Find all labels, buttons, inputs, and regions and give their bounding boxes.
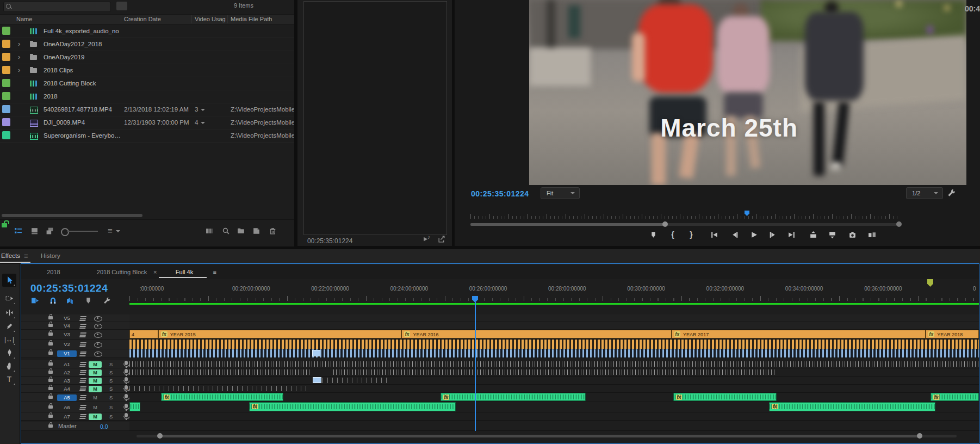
zoom-level-dropdown[interactable]: Fit <box>541 187 580 199</box>
video-clip[interactable]: fxYEAR 2016 <box>401 330 672 338</box>
label-color-chip[interactable] <box>2 92 10 100</box>
audio-waveform-clip[interactable] <box>129 361 979 367</box>
zoom-slider-handle[interactable] <box>61 228 69 236</box>
selected-clip[interactable] <box>313 377 321 383</box>
timeline-playhead-line[interactable] <box>475 302 476 431</box>
oneaday-clips-strip[interactable] <box>129 349 979 357</box>
sync-lock-icon[interactable] <box>79 386 86 391</box>
expand-caret-icon[interactable]: › <box>18 64 20 77</box>
item-video-usage[interactable]: 4 <box>195 116 205 129</box>
sync-lock-icon[interactable] <box>79 332 86 337</box>
track-content-row[interactable] <box>129 340 979 349</box>
track-name-a2[interactable]: A2 <box>57 369 77 376</box>
voiceover-record-icon[interactable] <box>125 361 128 365</box>
new-item-button[interactable] <box>252 227 260 237</box>
voiceover-record-icon[interactable] <box>125 377 128 381</box>
project-writable-icon[interactable] <box>2 223 7 227</box>
step-forward-button[interactable] <box>767 230 777 239</box>
list-item[interactable]: ›OneADay2012_2018 <box>0 38 294 51</box>
track-lock-icon[interactable] <box>48 415 53 418</box>
solo-button[interactable]: S <box>109 414 113 420</box>
freeform-view-button[interactable] <box>46 227 54 237</box>
solo-button[interactable]: S <box>109 369 113 375</box>
go-to-out-button[interactable] <box>786 230 796 239</box>
toggle-track-output-icon[interactable] <box>94 316 102 322</box>
audio-waveform-clip[interactable] <box>129 369 311 375</box>
label-color-chip[interactable] <box>2 131 10 139</box>
expand-caret-icon[interactable]: › <box>18 51 20 64</box>
track-name-v3[interactable]: V3 <box>57 331 77 338</box>
program-timecode[interactable]: 00:25:35:01224 <box>471 189 529 198</box>
track-content-row[interactable] <box>129 422 979 431</box>
toggle-track-output-icon[interactable] <box>94 342 102 348</box>
scrollbar-handle[interactable] <box>157 433 163 439</box>
toggle-track-output-icon[interactable] <box>94 332 102 338</box>
track-name-v4[interactable]: V4 <box>57 323 77 329</box>
list-item[interactable]: Superorganism - EverybodyZ:\VideoProject… <box>0 129 294 143</box>
export-frame-button[interactable] <box>847 230 857 239</box>
toggle-track-output-icon[interactable] <box>94 351 102 357</box>
track-lock-icon[interactable] <box>48 351 53 355</box>
comparison-view-button[interactable] <box>867 230 877 239</box>
lift-button[interactable] <box>808 230 818 239</box>
scrollbar-handle[interactable] <box>662 221 668 227</box>
list-item[interactable]: Full 4k_exported_audio_no <box>0 24 294 38</box>
list-item[interactable]: ›OneADay2019 <box>0 51 294 64</box>
step-back-button[interactable] <box>730 230 740 239</box>
sync-lock-icon[interactable] <box>79 395 86 400</box>
track-lock-icon[interactable] <box>48 396 53 399</box>
sync-lock-icon[interactable] <box>79 405 86 410</box>
track-name-a4[interactable]: A4 <box>57 386 77 392</box>
pen-tool[interactable] <box>2 347 16 360</box>
sync-lock-icon[interactable] <box>79 378 86 383</box>
toggle-track-output-icon[interactable] <box>94 324 102 329</box>
audio-clip[interactable]: fx <box>931 393 979 401</box>
mute-button[interactable]: M <box>89 386 102 392</box>
hand-tool[interactable] <box>2 360 16 373</box>
search-field[interactable] <box>3 2 111 12</box>
mark-in-button[interactable]: { <box>668 230 678 239</box>
scrollbar-thumb[interactable] <box>470 223 665 226</box>
voiceover-record-icon[interactable] <box>125 394 128 398</box>
audio-clip[interactable]: fx <box>441 393 586 401</box>
item-video-usage[interactable]: 3 <box>195 103 205 116</box>
column-separator[interactable] <box>121 15 121 23</box>
track-content-row[interactable] <box>129 368 979 377</box>
track-content-row[interactable] <box>129 385 979 393</box>
extract-button[interactable] <box>827 230 837 239</box>
tab-effects[interactable]: Effects <box>1 252 20 259</box>
track-lock-icon[interactable] <box>48 387 53 390</box>
find-button[interactable] <box>222 227 230 237</box>
track-lock-icon[interactable] <box>48 324 53 327</box>
video-clip[interactable]: 4 <box>129 330 158 338</box>
sync-lock-icon[interactable] <box>79 324 86 329</box>
mute-button[interactable]: M <box>89 361 102 368</box>
column-name[interactable]: Name <box>16 16 32 22</box>
track-lock-icon[interactable] <box>48 342 53 346</box>
track-select-forward-tool[interactable] <box>2 292 16 305</box>
go-to-in-button[interactable] <box>709 230 719 239</box>
track-name-v5[interactable]: V5 <box>57 315 77 322</box>
zoom-slider[interactable] <box>67 231 98 232</box>
timeline-horizontal-scrollbar[interactable] <box>21 431 979 440</box>
label-color-chip[interactable] <box>2 79 10 87</box>
selected-clip[interactable] <box>312 350 321 356</box>
mute-button[interactable]: M <box>89 369 102 376</box>
label-color-chip[interactable] <box>2 66 10 74</box>
track-content-row[interactable] <box>129 322 979 330</box>
mute-button[interactable]: M <box>89 394 102 401</box>
track-name-v2[interactable]: V2 <box>57 341 77 348</box>
panel-menu-icon[interactable]: ≡ <box>24 252 28 260</box>
list-item[interactable]: ›2018 Clips <box>0 64 294 77</box>
label-color-chip[interactable] <box>2 53 10 61</box>
track-lock-icon[interactable] <box>48 424 53 428</box>
solo-button[interactable]: S <box>109 404 113 410</box>
label-color-chip[interactable] <box>2 105 10 113</box>
voiceover-record-icon[interactable] <box>125 413 128 417</box>
selection-tool[interactable] <box>2 274 16 287</box>
solo-button[interactable]: S <box>109 394 113 400</box>
voiceover-record-icon[interactable] <box>125 369 128 373</box>
type-tool[interactable]: T <box>2 373 16 386</box>
sync-lock-icon[interactable] <box>79 362 86 367</box>
project-horizontal-scrollbar[interactable] <box>0 213 294 218</box>
